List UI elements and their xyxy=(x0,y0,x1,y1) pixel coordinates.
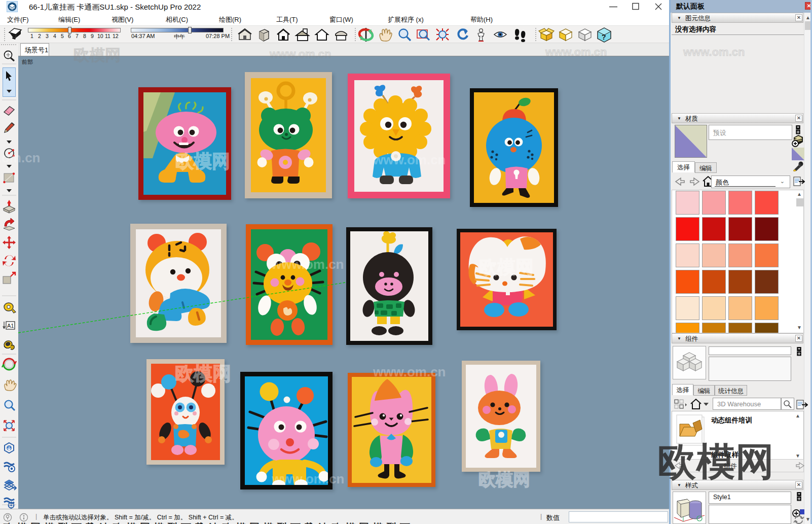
svg-text:A1: A1 xyxy=(7,323,14,329)
svg-text:?: ? xyxy=(602,33,606,41)
